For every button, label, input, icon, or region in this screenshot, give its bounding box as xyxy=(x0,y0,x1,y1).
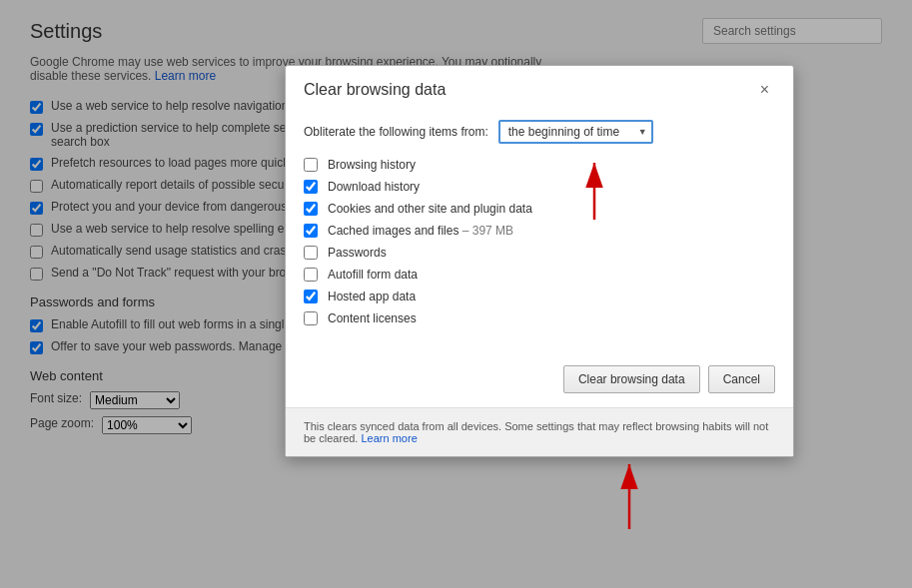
checkbox-content-licenses[interactable] xyxy=(304,311,318,325)
clear-browsing-dialog: Clear browsing data × Obliterate the fol… xyxy=(285,65,794,457)
clear-browsing-data-button[interactable]: Clear browsing data xyxy=(563,365,700,393)
cancel-button[interactable]: Cancel xyxy=(708,365,775,393)
checkbox-item-download-history: Download history xyxy=(304,180,775,194)
dialog-footer: This clears synced data from all devices… xyxy=(286,407,793,456)
checkbox-browsing-history[interactable] xyxy=(304,158,318,172)
footer-learn-more-link[interactable]: Learn more xyxy=(362,432,418,444)
checkbox-list: Browsing history Download history Cookie… xyxy=(304,158,775,325)
dialog-close-button[interactable]: × xyxy=(754,80,775,100)
dialog-body: Obliterate the following items from: the… xyxy=(286,110,793,355)
checkbox-item-autofill: Autofill form data xyxy=(304,268,775,282)
checkbox-item-browsing-history: Browsing history xyxy=(304,158,775,172)
dialog-header: Clear browsing data × xyxy=(286,66,793,110)
obliterate-label: Obliterate the following items from: xyxy=(304,125,488,139)
cache-size: – 397 MB xyxy=(462,224,513,238)
checkbox-item-content-licenses: Content licenses xyxy=(304,311,775,325)
checkbox-cookies[interactable] xyxy=(304,202,318,216)
checkbox-passwords[interactable] xyxy=(304,246,318,260)
checkbox-autofill[interactable] xyxy=(304,268,318,282)
checkbox-cached[interactable] xyxy=(304,224,318,238)
checkbox-hosted-app[interactable] xyxy=(304,290,318,303)
obliterate-row: Obliterate the following items from: the… xyxy=(304,120,775,144)
checkbox-item-passwords: Passwords xyxy=(304,246,775,260)
dialog-title: Clear browsing data xyxy=(304,81,446,99)
checkbox-item-cached: Cached images and files – 397 MB xyxy=(304,224,775,238)
time-range-select[interactable]: the past hour the past day the past week… xyxy=(498,120,653,144)
checkbox-item-cookies: Cookies and other site and plugin data xyxy=(304,202,775,216)
checkbox-item-hosted-app: Hosted app data xyxy=(304,290,775,303)
dialog-buttons: Clear browsing data Cancel xyxy=(286,355,793,407)
checkbox-download-history[interactable] xyxy=(304,180,318,194)
time-range-select-wrapper: the past hour the past day the past week… xyxy=(498,120,653,144)
